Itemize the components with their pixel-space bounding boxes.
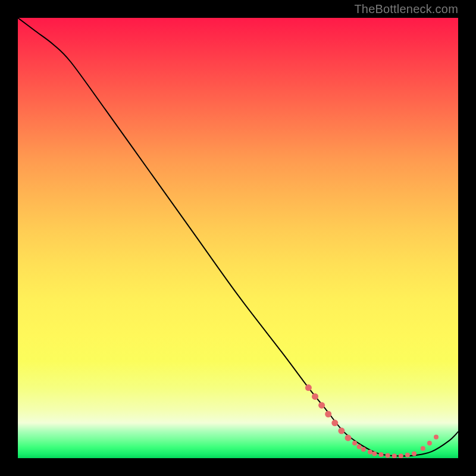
marker-dot (399, 453, 403, 458)
marker-dot (357, 444, 362, 449)
marker-dot (386, 453, 390, 458)
marker-dot (405, 453, 410, 458)
marker-dot (392, 453, 397, 458)
marker-dot (421, 446, 425, 451)
marker-dot (331, 419, 338, 426)
chart-stage: TheBottleneck.com (0, 0, 476, 476)
plot-area (18, 18, 458, 458)
marker-dot (338, 428, 345, 434)
marker-dot (412, 452, 416, 456)
marker-dot (372, 452, 377, 456)
marker-dot (345, 434, 352, 441)
marker-dot (318, 402, 325, 409)
marker-dot (434, 434, 439, 439)
marker-dot (352, 441, 357, 446)
marker-dot (305, 384, 312, 391)
watermark-text: TheBottleneck.com (354, 2, 458, 16)
marker-dot (379, 452, 384, 457)
marker-dot (368, 450, 372, 455)
marker-dot (312, 393, 318, 400)
bottleneck-curve (18, 18, 458, 456)
chart-svg (18, 18, 458, 458)
marker-dot (427, 441, 432, 446)
overlay-dots (305, 384, 439, 458)
marker-dot (361, 447, 366, 452)
marker-dot (325, 411, 331, 418)
